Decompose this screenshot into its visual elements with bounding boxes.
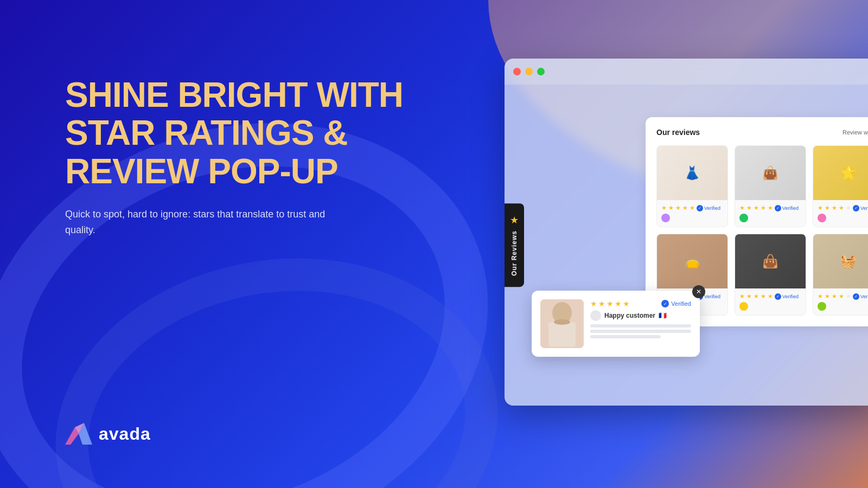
product-info-5: ★ ★ ★ ★ ★ ✓ Verified xyxy=(735,288,806,315)
browser-content: ★ Our Reviews Our reviews Review with me… xyxy=(505,85,868,406)
popup-star-2: ★ xyxy=(598,299,605,308)
svg-rect-6 xyxy=(548,322,576,346)
dot-green[interactable] xyxy=(537,68,545,75)
popup-verified-label: Verified xyxy=(671,300,691,307)
product-image-1: 👗 xyxy=(657,146,727,200)
logo: avada xyxy=(65,423,151,445)
verified-check-icon-5: ✓ xyxy=(775,293,781,300)
color-swatch-2 xyxy=(739,214,748,222)
stars-row-6: ★ ★ ★ ★ ★ ✓ Verified xyxy=(818,293,868,300)
main-title: SHINE BRIGHT WITH STAR RATINGS & REVIEW … xyxy=(65,76,418,190)
popup-product-image xyxy=(540,299,584,348)
product-info-2: ★ ★ ★ ★ ★ ✓ Verified xyxy=(735,200,806,227)
verified-label-3: Verified xyxy=(860,206,868,211)
stars-row-3: ★ ★ ★ ★ ★ ✓ Verified xyxy=(818,204,868,211)
review-line-3 xyxy=(590,335,661,338)
color-swatch-5 xyxy=(739,302,748,311)
svg-point-7 xyxy=(554,319,570,325)
dot-yellow[interactable] xyxy=(525,68,533,75)
close-icon: ✕ xyxy=(696,288,701,296)
verified-badge-2: ✓ Verified xyxy=(775,205,799,211)
side-tab-star-icon: ★ xyxy=(510,214,519,226)
logo-text: avada xyxy=(99,424,151,444)
color-swatch-3 xyxy=(818,214,826,222)
star-4: ★ xyxy=(682,204,688,211)
review-popup: ✕ ★ ★ ★ ★ ★ xyxy=(532,291,700,357)
products-grid: 👗 ★ ★ ★ ★ ★ ✓ Verified xyxy=(656,145,868,316)
verified-badge-6: ✓ Verified xyxy=(853,293,868,300)
verified-check-icon-2: ✓ xyxy=(775,205,781,211)
product-info-3: ★ ★ ★ ★ ★ ✓ Verified xyxy=(813,200,868,227)
product-image-4: 👝 xyxy=(657,234,727,288)
popup-star-3: ★ xyxy=(607,299,614,308)
product-card-2[interactable]: 👜 ★ ★ ★ ★ ★ ✓ Verified xyxy=(735,145,806,227)
verified-check-icon-6: ✓ xyxy=(853,293,859,300)
star-2: ★ xyxy=(668,204,674,211)
customer-flag: 🇫🇷 xyxy=(659,312,667,319)
side-tab[interactable]: ★ Our Reviews xyxy=(505,203,524,287)
star-3: ★ xyxy=(675,204,681,211)
popup-stars: ★ ★ ★ ★ ★ xyxy=(590,299,630,308)
color-swatch-6 xyxy=(818,302,826,311)
verified-label-2: Verified xyxy=(782,206,799,211)
side-tab-label: Our Reviews xyxy=(510,230,518,276)
logo-icon xyxy=(65,423,92,445)
verified-badge-5: ✓ Verified xyxy=(775,293,799,300)
stars-row-2: ★ ★ ★ ★ ★ ✓ Verified xyxy=(739,204,801,211)
stars-row-1: ★ ★ ★ ★ ★ ✓ Verified xyxy=(661,204,723,211)
product-card-6[interactable]: 🧺 ★ ★ ★ ★ ★ ✓ Verified xyxy=(813,234,868,316)
reviews-panel-title: Our reviews xyxy=(656,128,700,137)
verified-label-5: Verified xyxy=(782,294,799,299)
product-info-1: ★ ★ ★ ★ ★ ✓ Verified xyxy=(657,200,727,227)
dot-red[interactable] xyxy=(513,68,521,75)
customer-avatar xyxy=(590,310,601,321)
verified-label-6: Verified xyxy=(860,294,868,299)
popup-close-button[interactable]: ✕ xyxy=(692,285,705,298)
browser-window: ★ Our Reviews Our reviews Review with me… xyxy=(505,59,868,406)
popup-verified-badge: ✓ Verified xyxy=(661,300,691,307)
verified-check-icon-1: ✓ xyxy=(697,205,703,211)
product-card-3[interactable]: 🌟 ★ ★ ★ ★ ★ ✓ Verified xyxy=(813,145,868,227)
product-card-1[interactable]: 👗 ★ ★ ★ ★ ★ ✓ Verified xyxy=(656,145,728,227)
browser-titlebar xyxy=(505,59,868,85)
review-text-lines xyxy=(590,324,691,338)
verified-badge-3: ✓ Verified xyxy=(853,205,868,211)
popup-customer-row: Happy customer 🇫🇷 xyxy=(590,310,691,321)
stars-row-5: ★ ★ ★ ★ ★ ✓ Verified xyxy=(739,293,801,300)
review-line-1 xyxy=(590,324,691,328)
product-image-3: 🌟 xyxy=(813,146,868,200)
popup-star-1: ★ xyxy=(590,299,597,308)
subtitle: Quick to spot, hard to ignore: stars tha… xyxy=(65,207,336,238)
popup-top-row: ★ ★ ★ ★ ★ ✓ Verified xyxy=(590,299,691,308)
popup-star-4: ★ xyxy=(615,299,622,308)
popup-review-content: ★ ★ ★ ★ ★ ✓ Verified Happy customer 🇫🇷 xyxy=(590,299,691,338)
popup-verified-check-icon: ✓ xyxy=(661,300,669,307)
verified-check-icon-3: ✓ xyxy=(853,205,859,211)
verified-label-4: Verified xyxy=(704,294,720,299)
reviews-header: Our reviews Review with me xyxy=(656,128,868,137)
review-line-2 xyxy=(590,330,691,333)
product-image-2: 👜 xyxy=(735,146,806,200)
hero-content: SHINE BRIGHT WITH STAR RATINGS & REVIEW … xyxy=(65,76,418,238)
review-with-me-label[interactable]: Review with me xyxy=(843,129,868,136)
color-swatch-1 xyxy=(661,214,670,222)
product-card-5[interactable]: 👜 ★ ★ ★ ★ ★ ✓ Verified xyxy=(735,234,806,316)
product-info-6: ★ ★ ★ ★ ★ ✓ Verified xyxy=(813,288,868,315)
star-1: ★ xyxy=(661,204,667,211)
product-image-5: 👜 xyxy=(735,234,806,288)
product-image-6: 🧺 xyxy=(813,234,868,288)
verified-label-1: Verified xyxy=(704,206,720,211)
customer-name: Happy customer xyxy=(604,312,655,319)
star-5: ★ xyxy=(690,204,695,211)
verified-badge-1: ✓ Verified xyxy=(697,205,720,211)
popup-star-5: ★ xyxy=(623,299,630,308)
